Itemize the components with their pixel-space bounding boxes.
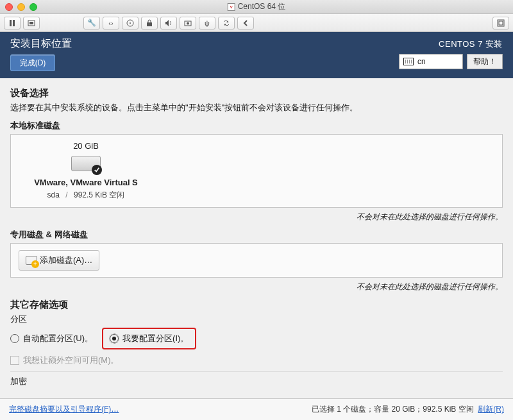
help-button[interactable]: 帮助！ [467,54,503,69]
svg-rect-3 [29,22,33,24]
snapshot-button[interactable] [23,17,40,29]
zoom-window-button[interactable] [29,3,37,11]
camera-icon[interactable] [180,17,196,29]
installer-header: 安装目标位置 完成(D) CENTOS 7 安装 cn 帮助！ [0,32,513,78]
disk-item[interactable]: 20 GiB VMware, VMware Virtual S sda / 99… [19,141,153,201]
sync-icon[interactable] [218,17,235,29]
fullscreen-button[interactable] [492,17,509,29]
lock-icon[interactable] [141,17,158,29]
disk-name: VMware, VMware Virtual S [19,178,153,187]
disk-free: 992.5 KiB 空闲 [74,190,124,199]
mac-titlebar: v CentOS 64 位 [0,0,513,14]
page-title: 安装目标位置 [10,37,72,51]
checkbox-extra-space: 我想让额外空间可用(M)。 [10,355,503,366]
minimize-window-button[interactable] [17,3,25,11]
keyboard-layout-selector[interactable]: cn [399,54,463,69]
disk-dev: sda [47,190,60,199]
sound-icon[interactable] [160,17,177,29]
radio-auto-label: 自动配置分区(U)。 [23,333,93,344]
close-window-button[interactable] [5,3,13,11]
radio-manual-label: 我要配置分区(I)。 [122,333,189,344]
other-storage-heading: 其它存储选项 [10,299,503,311]
chevron-left-icon[interactable] [237,17,254,29]
add-disk-button[interactable]: 添加磁盘(A)… [19,250,99,271]
svg-rect-0 [10,20,12,26]
disk-size: 20 GiB [19,141,153,151]
disk-subinfo: sda / 992.5 KiB 空闲 [19,190,153,201]
extra-space-label: 我想让额外空间可用(M)。 [23,355,119,366]
svg-point-8 [187,22,189,24]
partition-label: 分区 [10,314,503,325]
window-title-text: CentOS 64 位 [238,1,286,12]
radio-icon [10,334,19,343]
tools-icon[interactable]: 🔧 [83,17,100,29]
local-disk-panel: 20 GiB VMware, VMware Virtual S sda / 99… [10,134,503,208]
svg-rect-10 [499,21,503,25]
disk-note-1: 不会对未在此处选择的磁盘进行任何操作。 [10,212,503,223]
network-icon[interactable]: ‹› [103,17,119,29]
pause-button[interactable] [4,17,21,29]
vm-icon: v [228,3,235,11]
radio-manual-partition[interactable]: 我要配置分区(I)。 [102,328,196,349]
keyboard-layout-label: cn [417,57,426,66]
traffic-lights [5,3,37,11]
svg-rect-6 [147,22,152,26]
svg-point-5 [130,22,131,24]
radio-icon [110,334,119,343]
vm-toolbar: 🔧 ‹› ψ [0,14,513,32]
harddisk-icon [71,153,101,174]
footer-status: 已选择 1 个磁盘；容量 20 GiB；992.5 KiB 空闲 刷新(R) [312,404,504,415]
disk-note-2: 不会对未在此处选择的磁盘进行任何操作。 [10,281,503,292]
device-selection-heading: 设备选择 [10,87,503,99]
svg-rect-1 [13,20,15,26]
device-selection-desc: 选择要在其中安装系统的设备。点击主菜单中的"开始安装"按钮前不会对该设备进行任何… [10,102,503,113]
refresh-link[interactable]: 刷新(R) [478,405,504,414]
done-button[interactable]: 完成(D) [10,55,55,71]
radio-auto-partition[interactable]: 自动配置分区(U)。 [10,333,93,344]
check-icon [92,165,102,175]
partition-options: 自动配置分区(U)。 我要配置分区(I)。 [10,328,503,349]
add-disk-icon [26,256,37,265]
installer-body: 设备选择 选择要在其中安装系统的设备。点击主菜单中的"开始安装"按钮前不会对该设… [0,78,513,387]
footer-status-text: 已选择 1 个磁盘；容量 20 GiB；992.5 KiB 空闲 [312,405,474,414]
window-title: v CentOS 64 位 [228,1,286,12]
disk-summary-link[interactable]: 完整磁盘摘要以及引导程序(F)… [9,404,119,415]
add-disk-label: 添加磁盘(A)… [40,255,92,266]
usb-icon[interactable]: ψ [199,17,215,29]
special-disk-heading: 专用磁盘 & 网络磁盘 [10,229,503,240]
footer-bar: 完整磁盘摘要以及引导程序(F)… 已选择 1 个磁盘；容量 20 GiB；992… [0,398,513,420]
encrypt-label: 加密 [10,376,503,387]
harddisk-icon[interactable] [122,17,139,29]
local-disk-heading: 本地标准磁盘 [10,120,503,131]
keyboard-icon [403,58,414,65]
brand-label: CENTOS 7 安装 [439,37,503,50]
special-disk-panel: 添加磁盘(A)… [10,243,503,278]
checkbox-icon [10,356,19,365]
